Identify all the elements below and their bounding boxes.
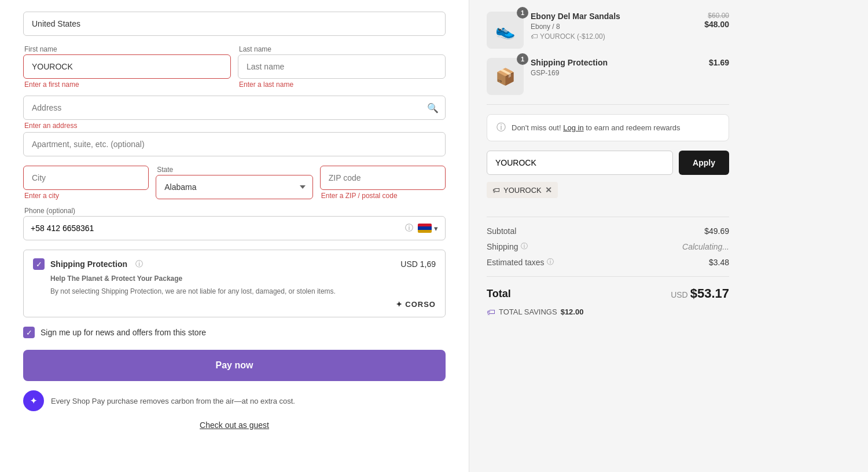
package-icon: 📦: [495, 67, 516, 86]
item-2-info: Shipping Protection GSP-169: [531, 58, 702, 79]
last-name-error: Enter a last name: [239, 81, 446, 89]
first-name-error: Enter a first name: [24, 81, 231, 89]
order-item-1: 👟 1 Ebony Del Mar Sandals Ebony / 8 🏷 YO…: [487, 12, 729, 49]
shop-pay-text: Every Shop Pay purchase removes carbon f…: [51, 397, 295, 405]
shipping-value: Calculating...: [682, 242, 729, 251]
rewards-banner: ⓘ Don't miss out! Log in to earn and red…: [487, 114, 729, 141]
zip-group: Enter a ZIP / postal code: [320, 166, 446, 200]
rewards-login-link[interactable]: Log in: [563, 123, 583, 132]
order-summary-panel: 👟 1 Ebony Del Mar Sandals Ebony / 8 🏷 YO…: [469, 0, 746, 472]
newsletter-signup-row: ✓ Sign me up for news and offers from th…: [23, 327, 446, 338]
first-name-input[interactable]: [23, 54, 231, 79]
last-name-input[interactable]: [238, 54, 446, 79]
savings-row: 🏷 TOTAL SAVINGS $12.00: [487, 307, 729, 317]
city-error: Enter a city: [24, 192, 149, 200]
total-row: Total USD $53.17: [487, 286, 729, 301]
shipping-protection-checkbox[interactable]: ✓: [33, 258, 45, 270]
total-currency: USD: [671, 290, 688, 299]
apt-input[interactable]: [23, 132, 446, 156]
sp-info-icon[interactable]: ⓘ: [135, 259, 143, 269]
order-item-2: 📦 1 Shipping Protection GSP-169 $1.69: [487, 58, 729, 95]
city-group: Enter a city: [23, 166, 149, 200]
item-2-current-price: $1.69: [709, 58, 729, 67]
checkout-form-panel: United States First name Enter a first n…: [0, 0, 469, 472]
address-error: Enter an address: [24, 122, 446, 130]
subtotal-row: Subtotal $49.69: [487, 226, 729, 236]
phone-group: Phone (optional) ⓘ ▾: [23, 207, 446, 240]
country-field-wrapper: United States: [23, 12, 446, 36]
item-1-thumb-wrapper: 👟 1: [487, 12, 524, 49]
divider-2: [487, 217, 729, 217]
applied-code-text: YOUROCK: [503, 186, 542, 195]
shipping-protection-box: ✓ Shipping Protection ⓘ USD 1,69 Help Th…: [23, 250, 446, 317]
phone-help-icon[interactable]: ⓘ: [405, 223, 413, 233]
shop-pay-icon: ✦: [23, 390, 44, 411]
shipping-info-icon[interactable]: ⓘ: [521, 242, 528, 251]
item-2-thumbnail: 📦: [487, 58, 524, 95]
zip-error: Enter a ZIP / postal code: [321, 192, 446, 200]
savings-label: TOTAL SAVINGS: [499, 308, 557, 316]
sandal-icon: 👟: [495, 21, 516, 40]
first-name-label: First name: [23, 45, 231, 53]
discount-code-input[interactable]: [487, 151, 673, 175]
subtotal-value: $49.69: [704, 226, 729, 236]
state-select[interactable]: Alabama Alaska Arizona Arkansas Californ…: [156, 175, 313, 199]
city-state-zip-row: Enter a city State Alabama Alaska Arizon…: [23, 166, 446, 202]
search-icon: 🔍: [427, 103, 439, 113]
name-row: First name Enter a first name Last name …: [23, 45, 446, 91]
country-flag-selector[interactable]: ▾: [418, 224, 438, 233]
pay-now-button[interactable]: Pay now: [23, 350, 446, 381]
shipping-label: Shipping ⓘ: [487, 242, 528, 251]
divider-1: [487, 104, 729, 105]
address-input[interactable]: [23, 96, 446, 120]
item-2-variant: GSP-169: [531, 69, 702, 77]
tag-icon: 🏷: [531, 32, 538, 41]
sp-left: ✓ Shipping Protection ⓘ: [33, 258, 143, 270]
address-wrapper: 🔍: [23, 96, 446, 120]
sp-header: ✓ Shipping Protection ⓘ USD 1,69: [33, 258, 436, 270]
phone-input[interactable]: [31, 217, 405, 240]
chevron-down-icon: ▾: [434, 224, 438, 233]
sp-title: Shipping Protection: [50, 259, 127, 269]
corso-logo-text: ✦ CORSO: [396, 300, 436, 309]
apt-group: [23, 132, 446, 156]
item-1-variant: Ebony / 8: [531, 23, 697, 31]
item-1-info: Ebony Del Mar Sandals Ebony / 8 🏷 YOUROC…: [531, 12, 697, 41]
address-search-button[interactable]: 🔍: [427, 103, 439, 114]
total-value-wrapper: USD $53.17: [671, 286, 729, 301]
state-group: State Alabama Alaska Arizona Arkansas Ca…: [156, 166, 313, 200]
sp-desc2: By not selecting Shipping Protection, we…: [50, 286, 436, 297]
item-2-name: Shipping Protection: [531, 58, 702, 67]
taxes-info-icon[interactable]: ⓘ: [547, 257, 554, 267]
item-1-name: Ebony Del Mar Sandals: [531, 12, 697, 21]
phone-label: Phone (optional): [23, 207, 446, 215]
item-1-discount: 🏷 YOUROCK (-$12.00): [531, 32, 697, 41]
zip-input[interactable]: [320, 166, 446, 190]
checkmark-icon: ✓: [36, 261, 42, 268]
last-name-label: Last name: [238, 45, 446, 53]
taxes-value: $3.48: [709, 258, 729, 267]
subtotal-label: Subtotal: [487, 226, 516, 236]
item-2-badge: 1: [517, 53, 528, 65]
savings-icon: 🏷: [487, 307, 495, 317]
country-display: United States: [23, 12, 446, 36]
shop-pay-logo: ✦: [30, 396, 37, 405]
city-input[interactable]: [23, 166, 149, 190]
item-1-badge: 1: [517, 7, 528, 19]
item-1-thumbnail: 👟: [487, 12, 524, 49]
corso-logo: ✦ CORSO: [50, 300, 436, 309]
discount-tag-icon: 🏷: [492, 186, 500, 195]
remove-discount-button[interactable]: ✕: [545, 185, 552, 195]
item-2-thumb-wrapper: 📦 1: [487, 58, 524, 95]
shipping-row: Shipping ⓘ Calculating...: [487, 242, 729, 251]
apply-discount-button[interactable]: Apply: [679, 151, 729, 175]
newsletter-label: Sign me up for news and offers from this…: [41, 328, 206, 337]
phone-wrapper: ⓘ ▾: [23, 216, 446, 240]
item-1-original-price: $60.00: [704, 12, 729, 20]
taxes-label: Estimated taxes ⓘ: [487, 257, 554, 267]
item-1-price: $60.00 $48.00: [704, 12, 729, 29]
guest-checkout-link[interactable]: Check out as guest: [23, 420, 446, 430]
newsletter-checkbox[interactable]: ✓: [23, 327, 35, 338]
discount-row: Apply: [487, 151, 729, 175]
item-2-price: $1.69: [709, 58, 729, 67]
